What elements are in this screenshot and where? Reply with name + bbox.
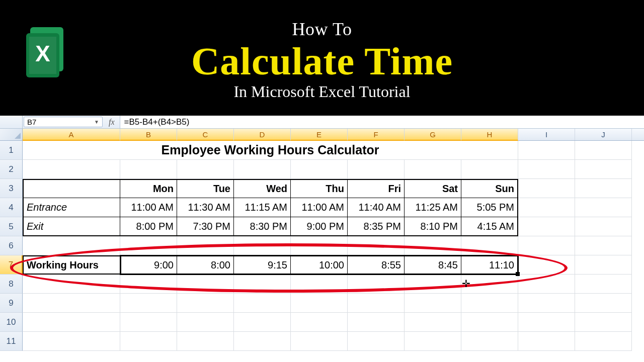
cell-I6[interactable] — [518, 236, 575, 255]
cell-F9[interactable] — [348, 294, 405, 313]
cell-G5[interactable]: 8:10 PM — [405, 217, 461, 236]
cell-A10[interactable] — [23, 313, 120, 332]
row-header-6[interactable]: 6 — [0, 236, 23, 255]
cell-H9[interactable] — [461, 294, 518, 313]
col-header-J[interactable]: J — [575, 129, 632, 140]
cell-F8[interactable] — [348, 275, 405, 294]
cell-D2[interactable] — [234, 160, 291, 179]
cell-E6[interactable] — [291, 236, 348, 255]
cell-J8[interactable] — [575, 275, 632, 294]
cell-G10[interactable] — [405, 313, 461, 332]
cell-E4[interactable]: 11:00 AM — [291, 198, 348, 217]
cell-G3[interactable]: Sat — [405, 179, 461, 198]
cell-I10[interactable] — [518, 313, 575, 332]
cell-H10[interactable] — [461, 313, 518, 332]
cell-D7[interactable]: 9:15 — [234, 255, 291, 275]
cell-I3[interactable] — [518, 179, 575, 198]
cell-C9[interactable] — [177, 294, 234, 313]
row-header-2[interactable]: 2 — [0, 160, 23, 179]
row-header-9[interactable]: 9 — [0, 294, 23, 313]
cell-E9[interactable] — [291, 294, 348, 313]
cell-C3[interactable]: Tue — [177, 179, 234, 198]
cell-G2[interactable] — [405, 160, 461, 179]
col-header-H[interactable]: H — [461, 129, 518, 141]
cell-H2[interactable] — [461, 160, 518, 179]
col-header-D[interactable]: D — [234, 129, 291, 141]
cell-H5[interactable]: 4:15 AM — [461, 217, 518, 236]
cell-D4[interactable]: 11:15 AM — [234, 198, 291, 217]
cell-B2[interactable] — [120, 160, 177, 179]
cell-A5[interactable]: Exit — [23, 217, 120, 236]
cell-J7[interactable] — [575, 255, 632, 275]
col-header-F[interactable]: F — [348, 129, 405, 141]
cell-A6[interactable] — [23, 236, 120, 255]
cell-F11[interactable] — [348, 332, 405, 351]
cell-F7[interactable]: 8:55 — [348, 255, 405, 275]
cell-A4[interactable]: Entrance — [23, 198, 120, 217]
cell-I1[interactable] — [518, 141, 575, 160]
cell-D11[interactable] — [234, 332, 291, 351]
cell-C11[interactable] — [177, 332, 234, 351]
cell-J2[interactable] — [575, 160, 632, 179]
cell-I2[interactable] — [518, 160, 575, 179]
chevron-down-icon[interactable]: ▼ — [94, 119, 99, 125]
cell-C10[interactable] — [177, 313, 234, 332]
fx-icon[interactable]: fx — [109, 118, 115, 127]
cell-C5[interactable]: 7:30 PM — [177, 217, 234, 236]
cell-H8[interactable] — [461, 275, 518, 294]
cell-D3[interactable]: Wed — [234, 179, 291, 198]
cell-F5[interactable]: 8:35 PM — [348, 217, 405, 236]
cell-G6[interactable] — [405, 236, 461, 255]
cell-D5[interactable]: 8:30 PM — [234, 217, 291, 236]
cell-C2[interactable] — [177, 160, 234, 179]
cell-G11[interactable] — [405, 332, 461, 351]
cell-D9[interactable] — [234, 294, 291, 313]
cell-J9[interactable] — [575, 294, 632, 313]
cell-E7[interactable]: 10:00 — [291, 255, 348, 275]
select-all-corner[interactable] — [0, 129, 23, 140]
cell-title[interactable]: Employee Working Hours Calculator — [23, 141, 518, 160]
cell-A8[interactable] — [23, 275, 120, 294]
cell-D8[interactable] — [234, 275, 291, 294]
cell-G8[interactable] — [405, 275, 461, 294]
cell-A9[interactable] — [23, 294, 120, 313]
cell-G9[interactable] — [405, 294, 461, 313]
cell-F2[interactable] — [348, 160, 405, 179]
cell-I7[interactable] — [518, 255, 575, 275]
cell-A7[interactable]: Working Hours — [23, 255, 120, 275]
cell-E11[interactable] — [291, 332, 348, 351]
cell-C4[interactable]: 11:30 AM — [177, 198, 234, 217]
cell-G4[interactable]: 11:25 AM — [405, 198, 461, 217]
col-header-G[interactable]: G — [405, 129, 461, 141]
cell-I11[interactable] — [518, 332, 575, 351]
cell-B4[interactable]: 11:00 AM — [120, 198, 177, 217]
row-header-10[interactable]: 10 — [0, 313, 23, 332]
cell-E8[interactable] — [291, 275, 348, 294]
cell-I5[interactable] — [518, 217, 575, 236]
cell-B6[interactable] — [120, 236, 177, 255]
cell-I8[interactable] — [518, 275, 575, 294]
cell-H6[interactable] — [461, 236, 518, 255]
cell-B9[interactable] — [120, 294, 177, 313]
cell-B10[interactable] — [120, 313, 177, 332]
cell-H4[interactable]: 5:05 PM — [461, 198, 518, 217]
cell-G7[interactable]: 8:45 — [405, 255, 461, 275]
cell-J11[interactable] — [575, 332, 632, 351]
cell-H11[interactable] — [461, 332, 518, 351]
cell-D10[interactable] — [234, 313, 291, 332]
cell-C8[interactable] — [177, 275, 234, 294]
row-header-1[interactable]: 1 — [0, 141, 23, 160]
row-header-4[interactable]: 4 — [0, 198, 23, 217]
cell-B11[interactable] — [120, 332, 177, 351]
spreadsheet-grid[interactable]: 1 Employee Working Hours Calculator 2 3 … — [0, 141, 644, 351]
col-header-A[interactable]: A — [23, 129, 120, 141]
cell-C7[interactable]: 8:00 — [177, 255, 234, 275]
cell-I9[interactable] — [518, 294, 575, 313]
cell-J10[interactable] — [575, 313, 632, 332]
cell-J3[interactable] — [575, 179, 632, 198]
cell-B7[interactable]: 9:00 — [120, 255, 177, 275]
cell-E3[interactable]: Thu — [291, 179, 348, 198]
cell-E10[interactable] — [291, 313, 348, 332]
row-header-8[interactable]: 8 — [0, 275, 23, 294]
cell-F10[interactable] — [348, 313, 405, 332]
